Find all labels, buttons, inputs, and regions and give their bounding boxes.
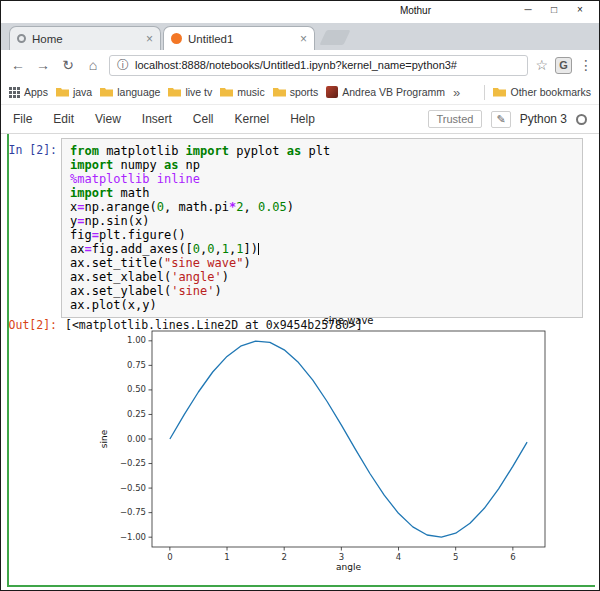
code-line: ax.plot(x,y) (70, 298, 574, 312)
menu-view[interactable]: View (95, 112, 121, 126)
jupyter-favicon-icon (171, 33, 182, 44)
bookmarks-separator (484, 85, 485, 100)
code-token: import (70, 158, 113, 172)
tab-close-icon[interactable]: × (146, 33, 153, 45)
bookmark-apps[interactable]: Apps (9, 86, 48, 98)
folder-icon (493, 87, 506, 97)
x-tick-label: 2 (281, 552, 286, 562)
home-icon[interactable]: ⌂ (84, 57, 102, 73)
code-token: fig.add_axes([ (92, 242, 193, 256)
code-token: plt.figure() (99, 228, 186, 242)
bookmark-andrea-vb[interactable]: Andrea VB Programm (326, 86, 445, 98)
forward-icon[interactable]: → (34, 57, 52, 73)
y-tick-label: 0.25 (127, 409, 146, 419)
x-tick-label: 1 (224, 552, 229, 562)
bookmarks-overflow-icon[interactable]: » (453, 85, 460, 100)
y-tick-label: 0.75 (127, 360, 146, 370)
bookmark-label: Apps (24, 86, 48, 98)
maximize-button[interactable]: □ (541, 4, 567, 15)
page-info-icon[interactable]: ⓘ (117, 57, 129, 74)
notebook-content: In [2]: from matplotlib import pyplot as… (1, 134, 599, 590)
address-toolbar: ← → ↻ ⌂ ⓘ localhost:8888/notebooks/Untit… (1, 50, 599, 80)
refresh-icon[interactable]: ↻ (59, 57, 77, 73)
x-tick-label: 6 (510, 552, 515, 562)
axes-frame (152, 331, 545, 547)
x-axis-label: angle (336, 562, 361, 572)
menu-edit[interactable]: Edit (53, 112, 74, 126)
bookmark-label: Andrea VB Programm (342, 86, 445, 98)
folder-icon (56, 87, 69, 97)
url-input[interactable]: ⓘ localhost:8888/notebooks/Untitled1.ipy… (109, 55, 528, 76)
bookmark-folder-music[interactable]: music (220, 86, 264, 98)
bookmark-label: live tv (185, 86, 212, 98)
code-token: pyplot (229, 144, 287, 158)
code-line: fig=plt.figure() (70, 228, 574, 242)
tab-home[interactable]: Home × (9, 26, 161, 50)
code-token: = (84, 242, 91, 256)
other-bookmarks-button[interactable]: Other bookmarks (493, 86, 591, 98)
menu-file[interactable]: File (13, 112, 32, 126)
tab-close-icon[interactable]: × (300, 33, 307, 45)
page-frame-left (7, 134, 9, 587)
bookmark-label: sports (290, 86, 319, 98)
folder-icon (168, 87, 181, 97)
minimize-button[interactable]: ─ (515, 4, 541, 15)
code-token: ) (222, 270, 229, 284)
code-token: , (243, 200, 257, 214)
code-token: 0 (157, 200, 164, 214)
code-token: matplotlib (99, 144, 186, 158)
notebook-menubar: File Edit View Insert Cell Kernel Help T… (1, 105, 599, 134)
code-token: as (287, 144, 301, 158)
code-token: 'sine' (171, 284, 214, 298)
menu-insert[interactable]: Insert (142, 112, 172, 126)
code-token: ax.plot(x,y) (70, 298, 157, 312)
x-tick-label: 0 (167, 552, 172, 562)
x-tick-label: 4 (396, 552, 401, 562)
menu-kernel[interactable]: Kernel (235, 112, 270, 126)
code-line: import numpy as np (70, 158, 574, 172)
code-line: y=np.sin(x) (70, 214, 574, 228)
code-token: 0 (207, 242, 214, 256)
trusted-button[interactable]: Trusted (428, 110, 483, 128)
code-token: ) (243, 256, 250, 270)
bookmark-folder-language[interactable]: language (100, 86, 160, 98)
output-prompt: Out[2]: (7, 318, 57, 332)
new-tab-button[interactable] (320, 30, 351, 45)
kernel-idle-icon (576, 114, 587, 125)
code-line: x=np.arange(0, math.pi*2, 0.05) (70, 200, 574, 214)
code-editor[interactable]: from matplotlib import pyplot as pltimpo… (61, 138, 583, 318)
code-token: np (178, 158, 200, 172)
back-icon[interactable]: ← (9, 57, 27, 73)
browser-menu-icon[interactable]: ⋮ (579, 57, 591, 73)
folder-icon (220, 87, 233, 97)
bookmark-folder-sports[interactable]: sports (273, 86, 319, 98)
tab-title: Untitled1 (188, 33, 294, 45)
menu-cell[interactable]: Cell (193, 112, 214, 126)
kernel-name-label: Python 3 (520, 112, 567, 126)
sine-wave-chart: 01234561.000.750.500.250.00−0.25−0.50−0.… (91, 313, 561, 583)
code-token: import (70, 186, 113, 200)
code-token: , math.pi (164, 200, 229, 214)
window-caption: Mothur (400, 5, 431, 16)
window-controls: ─ □ × (515, 4, 593, 15)
bookmark-label: music (237, 86, 264, 98)
y-axis-label: sine (99, 429, 109, 448)
close-button[interactable]: × (567, 4, 593, 15)
code-token: 'angle' (171, 270, 222, 284)
code-token: , (215, 242, 222, 256)
tab-title: Home (32, 33, 140, 45)
code-token: fig (70, 228, 92, 242)
code-token: plt (301, 144, 330, 158)
bookmark-star-icon[interactable]: ☆ (535, 57, 548, 73)
menu-help[interactable]: Help (290, 112, 315, 126)
bookmark-folder-java[interactable]: java (56, 86, 92, 98)
extension-icon[interactable]: G (555, 57, 572, 74)
code-token: math (113, 186, 149, 200)
code-token: ) (287, 200, 294, 214)
notebook-status-area: Trusted ✎ Python 3 (428, 110, 587, 128)
y-tick-label: −1.00 (120, 532, 146, 542)
code-line: ax.set_title("sine wave") (70, 256, 574, 270)
tab-untitled1[interactable]: Untitled1 × (163, 26, 315, 50)
bookmark-folder-live-tv[interactable]: live tv (168, 86, 212, 98)
code-line: %matplotlib inline (70, 172, 574, 186)
